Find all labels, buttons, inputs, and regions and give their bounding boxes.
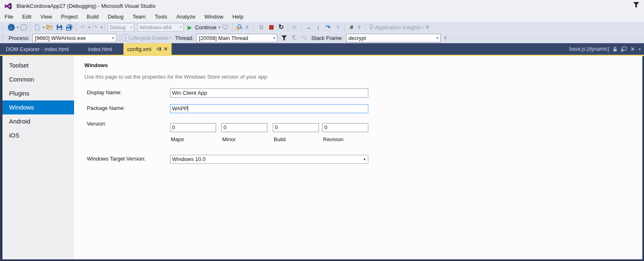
undo-dropdown-icon[interactable]: ▾ [88,26,90,29]
tab-config-xml[interactable]: config.xml ✕ [123,43,172,55]
toolbar-grip-handle[interactable] [2,35,4,41]
config-designer-sidebar: Toolset Common Plugins Windows Android i… [2,56,74,259]
version-major-field[interactable]: 0 [170,123,216,132]
break-all-button[interactable] [257,23,266,32]
save-all-button[interactable] [65,23,74,32]
step-out-button[interactable]: ↑ [333,23,342,32]
version-revision-field[interactable]: 0 [322,123,368,132]
open-file-button[interactable] [45,23,54,32]
version-build-field[interactable]: 0 [273,123,319,132]
menu-item-build[interactable]: Build [82,12,103,21]
stack-frame-select[interactable]: decrypt ▾ [346,34,441,42]
toolbar-grip-handle[interactable] [252,24,254,30]
chevron-down-icon: ▾ [170,36,172,40]
show-next-statement-button[interactable]: → [304,23,313,32]
menu-item-file[interactable]: File [0,12,18,21]
stop-debugging-button[interactable] [267,23,276,32]
reset-filter-button[interactable] [289,33,298,42]
new-project-dropdown-icon[interactable]: ▾ [43,26,44,29]
display-name-field[interactable]: Win Client App [170,89,368,98]
run-to-cursor-button[interactable]: ⟳ [290,23,299,32]
toolbar-overflow-button[interactable]: ▾ [358,26,361,29]
application-insights-button[interactable]: Application Insights ▾ [369,23,424,32]
toolbar-grip-handle[interactable] [2,24,4,30]
tab-dom-explorer[interactable]: DOM Explorer - index.html [0,43,77,55]
sidebar-item-android[interactable]: Android [2,114,74,128]
breakpoints-window-button[interactable]: # [347,23,356,32]
redo-dropdown-icon[interactable]: ▾ [101,26,102,29]
continue-button[interactable]: ▶ Continue ▾ [188,23,220,32]
solution-configuration-select[interactable]: Debug ▾ [108,23,134,32]
menu-item-tools[interactable]: Tools [150,12,172,21]
menu-item-analyze[interactable]: Analyze [172,12,200,21]
redo-button[interactable]: ↷ [91,23,100,32]
toolbar-overflow-button[interactable]: ▾ [246,26,249,29]
sidebar-item-windows[interactable]: Windows [2,100,74,114]
standard-toolbar: ← ▾ → ▾ ↶ ▾ ↷ ▾ Debug ▾ Windows-x64 [0,21,644,33]
sidebar-item-plugins[interactable]: Plugins [2,86,74,100]
filter-threads-button[interactable] [279,33,288,42]
continue-dropdown-icon: ▾ [219,26,220,29]
toolbar-grip-handle[interactable] [365,24,367,30]
version-build-value: 0 [275,124,278,130]
pin-icon[interactable] [156,47,161,51]
target-version-label: Windows Target Version: [87,156,146,162]
process-select[interactable]: [9660] WWAHost.exe ▾ [33,34,116,42]
chevron-down-icon: ▾ [363,155,366,163]
threads-in-source-icon [301,35,307,40]
lightbulb-icon [369,24,374,30]
version-minor-field[interactable]: 0 [221,123,267,132]
toolbar-overflow-button[interactable]: ▾ [444,37,447,40]
menu-item-help[interactable]: Help [228,12,248,21]
save-button[interactable] [55,23,64,32]
menu-item-view[interactable]: View [36,12,56,21]
step-over-button[interactable]: ↷ [323,23,332,32]
keep-open-icon[interactable] [621,47,627,51]
preview-tab-label[interactable]: base.js [dynamic] [569,46,609,52]
package-name-label: Package Name: [87,105,125,111]
restart-button[interactable]: ↻ [277,23,286,32]
sidebar-item-toolset[interactable]: Toolset [2,58,74,72]
package-name-field[interactable]: WAPP [170,104,368,113]
new-project-button[interactable] [33,23,42,32]
thread-value: [20056] Main Thread [199,35,248,41]
display-name-label: Display Name: [87,89,122,96]
menu-item-team[interactable]: Team [128,12,150,21]
vs-main-window: BlankCordovaApp27 (Debugging) - Microsof… [0,0,644,261]
show-threads-in-source-button[interactable] [299,33,308,42]
chevron-down-icon: ▾ [437,36,438,40]
menu-item-project[interactable]: Project [56,12,82,21]
navigate-back-button[interactable]: ← [7,23,16,32]
sidebar-item-ios[interactable]: iOS [2,128,74,142]
close-icon[interactable]: ✕ [164,46,168,52]
menu-item-debug[interactable]: Debug [103,12,128,21]
tab-index-html[interactable]: index.html [77,43,123,55]
toolbar-overflow-button[interactable]: ▾ [426,26,429,29]
find-button[interactable] [235,23,244,32]
target-version-select[interactable]: Windows 10.0 ▾ [170,155,368,164]
chevron-down-icon: ▾ [273,36,275,40]
pause-icon [260,25,261,30]
forward-arrow-icon: → [20,24,27,31]
save-all-icon [66,24,73,30]
chevron-down-icon: ▾ [130,26,132,29]
chevron-down-icon[interactable]: ▾ [639,47,641,51]
menu-item-window[interactable]: Window [200,12,228,21]
menu-item-edit[interactable]: Edit [18,12,36,21]
thread-select[interactable]: [20056] Main Thread ▾ [196,34,277,42]
filter-icon[interactable] [633,2,639,8]
preview-tab-group: base.js [dynamic] ✕ ▾ [569,43,644,55]
display-name-value: Win Client App [172,90,207,96]
save-icon [56,24,63,30]
text-cursor [188,105,188,111]
navigate-back-dropdown-icon[interactable]: ▾ [17,26,19,29]
lifecycle-events-button[interactable]: ↯ Lifecycle Events ▾ [122,33,172,42]
solution-platform-select[interactable]: Windows-x64 ▾ [137,23,184,32]
sidebar-item-common[interactable]: Common [2,72,74,86]
undo-button[interactable]: ↶ [78,23,87,32]
step-into-button[interactable]: ↓ [314,23,323,32]
navigate-forward-button[interactable]: → [19,23,28,32]
debug-target-button[interactable] [221,23,230,32]
chevron-down-icon: ▾ [422,26,424,29]
close-icon[interactable]: ✕ [630,46,635,52]
